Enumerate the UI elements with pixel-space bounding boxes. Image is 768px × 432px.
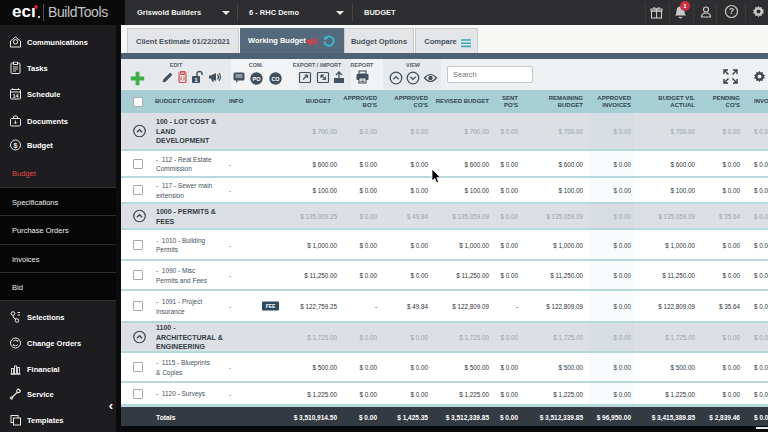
svg-text:1: 1	[194, 77, 197, 83]
svg-text:14: 14	[12, 93, 19, 99]
svg-text:CO: CO	[271, 76, 280, 82]
svg-text:$: $	[14, 142, 18, 150]
svg-text:PO: PO	[253, 76, 262, 82]
